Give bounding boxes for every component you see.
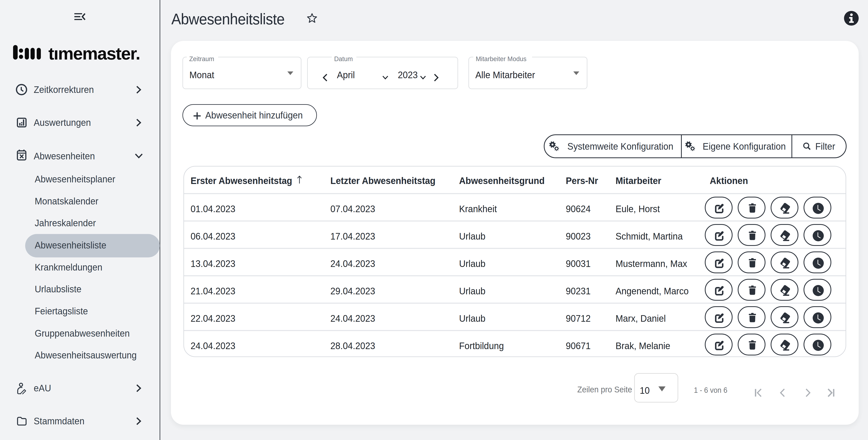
svg-text:tımemaster.: tımemaster. [49,45,140,60]
